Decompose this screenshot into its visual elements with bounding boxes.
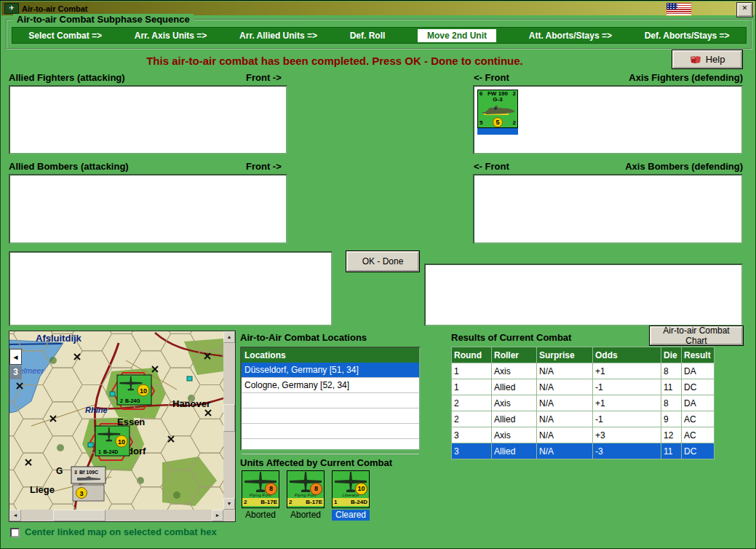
results-cell: N/A [537, 395, 593, 411]
phase-select-combat: Select Combat => [28, 31, 102, 41]
unit-rating: 8 [265, 483, 277, 495]
map-unit-b24d[interactable]: 10 1 B-24D [95, 426, 130, 456]
fighter-bottom-right: 2 [513, 119, 516, 126]
results-cell: +1 [593, 363, 661, 379]
flag-canton [667, 3, 677, 9]
location-row-empty[interactable] [242, 393, 419, 408]
map-unit-type: Bf 109C [79, 470, 98, 475]
phase-def-aborts-stays: Def. Aborts/Stays => [645, 31, 730, 41]
unit-counter[interactable]: 8 Flying Fortr 2 B-17E [242, 470, 279, 508]
allied-bombers-box[interactable] [9, 174, 287, 244]
results-cell: 1 [452, 379, 492, 395]
fighter-air-rating: 5 [493, 117, 503, 127]
map-unit-rating: 10 [118, 438, 125, 446]
fighter-variant: G-3 [478, 97, 517, 103]
results-row[interactable]: 3AlliedN/A-311DC [452, 443, 715, 459]
results-row[interactable]: 1AlliedN/A-111DC [452, 379, 715, 395]
combat-chart-button[interactable]: Air-to-air Combat Chart [650, 326, 743, 345]
map-nav-arrow-icon[interactable]: ◄ [9, 349, 22, 365]
unit-rating: 8 [310, 483, 322, 495]
allied-fighters-box[interactable] [9, 85, 287, 154]
results-cell: DA [682, 363, 715, 379]
left-info-box[interactable] [9, 251, 333, 326]
results-row[interactable]: 2AlliedN/A-19AC [452, 411, 715, 427]
map-stack-badge: 3 [9, 366, 22, 379]
results-table[interactable]: RoundRollerSurpriseOddsDieResult 1AxisN/… [451, 347, 715, 459]
results-row[interactable]: 1AxisN/A+18DA [452, 363, 715, 379]
unit-count: 1 [334, 498, 337, 506]
results-cell: +3 [593, 427, 661, 443]
results-cell: 8 [661, 395, 682, 411]
unit-count: 2 [289, 498, 292, 506]
location-row-empty[interactable] [242, 408, 419, 424]
results-column-header: Surprise [537, 347, 593, 363]
results-cell: Axis [492, 395, 537, 411]
results-cell: -1 [593, 411, 661, 427]
location-row[interactable]: Cologne, Germany [52, 34] [242, 378, 419, 393]
map-image[interactable]: Afsluitdijk selmeer Rhine Hanover Essen … [9, 331, 223, 510]
results-cell: AC [682, 411, 715, 427]
units-affected-title: Units Affected by Current Combat [240, 457, 392, 468]
results-row[interactable]: 3AxisN/A+312AC [452, 427, 715, 443]
results-cell: N/A [537, 427, 593, 443]
center-map-checkbox-label: Center linked map on selected combat hex [25, 526, 217, 537]
results-row[interactable]: 2AxisN/A+18DA [452, 395, 715, 411]
front-label-1: Front -> [246, 72, 282, 83]
scroll-up-icon[interactable]: ▲ [223, 331, 235, 343]
horizontal-scroll-thumb[interactable] [53, 510, 106, 521]
axis-fighter-unit[interactable]: 6 FW 190 2 G-3 5 5 2 [477, 90, 518, 135]
map-unit-count: 2 [120, 398, 123, 403]
scroll-right-icon[interactable]: ► [212, 510, 223, 521]
affected-unit[interactable]: 8 Flying Fortr 2 B-17E Aborted [242, 470, 279, 521]
affected-unit[interactable]: 10 Liberator 1 B-24D Cleared [332, 470, 370, 521]
map-horizontal-scrollbar[interactable]: ◄ ► [9, 510, 223, 521]
map-panel[interactable]: Afsluitdijk selmeer Rhine Hanover Essen … [9, 331, 236, 522]
axis-fighters-box[interactable]: 6 FW 190 2 G-3 5 5 2 [473, 85, 743, 154]
unit-counter[interactable]: 8 Flying Fortr 2 B-17E [287, 470, 325, 508]
results-cell: -3 [593, 443, 661, 459]
results-cell: Axis [492, 427, 537, 443]
fighter-bottom-left: 5 [480, 119, 482, 126]
ok-done-button[interactable]: OK - Done [346, 251, 419, 272]
unit-status: Cleared [332, 510, 370, 521]
axis-bombers-box[interactable] [473, 174, 743, 244]
right-info-box[interactable] [424, 264, 743, 326]
results-cell: 11 [661, 443, 682, 459]
map-unit-count: 3 [74, 470, 77, 475]
help-button[interactable]: Help [672, 50, 742, 68]
close-button[interactable]: ✕ [737, 3, 752, 17]
results-cell: 9 [661, 411, 682, 427]
center-map-checkbox[interactable] [10, 528, 20, 537]
results-cell: N/A [537, 411, 593, 427]
map-unit-b24g[interactable]: 10 2 B-24G [117, 375, 151, 405]
affected-unit[interactable]: 8 Flying Fortr 2 B-17E Aborted [287, 470, 325, 521]
status-message: This air-to-air combat has been complete… [22, 55, 648, 67]
map-unit-bf109[interactable]: 3 Bf 109C 3 [71, 467, 106, 501]
vertical-scroll-thumb[interactable] [223, 404, 235, 432]
results-cell: DA [682, 395, 715, 411]
map-label-afsluitdijk: Afsluitdijk [36, 333, 82, 344]
map-unit-rating: 10 [140, 387, 147, 395]
allied-bombers-label: Allied Bombers (attacking) [9, 161, 129, 172]
location-row[interactable]: Düsseldorf, Germany [51, 34] [242, 363, 419, 378]
window-title: Air-to-air Combat [22, 4, 87, 13]
axis-fighters-label: Axis Fighters (defending) [629, 72, 743, 83]
location-row-empty[interactable] [242, 439, 419, 454]
results-table-body: 1AxisN/A+18DA1AlliedN/A-111DC2AxisN/A+18… [452, 363, 715, 459]
locations-list[interactable]: Locations Düsseldorf, Germany [51, 34]Co… [240, 347, 421, 451]
map-unit-rating: 3 [79, 490, 83, 497]
scroll-left-icon[interactable]: ◄ [9, 510, 21, 521]
phase-bar: Select Combat =>Arr. Axis Units =>Arr. A… [12, 27, 747, 44]
location-row-empty[interactable] [242, 424, 419, 439]
unit-rating: 10 [355, 483, 367, 495]
fighter-steps: 2 [513, 90, 516, 97]
axis-bombers-label: Axis Bombers (defending) [625, 161, 743, 172]
map-vertical-scrollbar[interactable]: ▲ ▼ [223, 331, 235, 510]
units-affected-row: 8 Flying Fortr 2 B-17E Aborted 8 Flying … [242, 470, 370, 521]
results-cell: Allied [492, 443, 537, 459]
scroll-down-icon[interactable]: ▼ [223, 498, 235, 510]
results-cell: 11 [661, 379, 682, 395]
unit-counter[interactable]: 10 Liberator 1 B-24D [332, 470, 370, 508]
fighter-silhouette-icon [479, 103, 517, 116]
results-cell: Axis [492, 363, 537, 379]
